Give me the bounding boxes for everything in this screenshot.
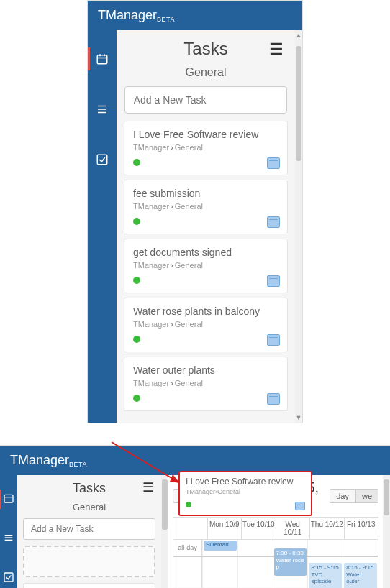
task-item[interactable]: fee submission TManager›General [124,180,288,234]
status-dot-icon [133,159,140,166]
week-view-button[interactable]: we [355,489,378,503]
app-header: TManagerBETA [88,1,302,30]
app-suffix: BETA [69,461,87,468]
task-item[interactable]: I Love Free Software review TManager›Gen… [124,121,288,175]
time-cell[interactable]: 7:30 - 8:30 Water rose p [273,557,308,587]
app-suffix: BETA [157,16,175,23]
top-window: TManagerBETA Tasks ☰ General I Love Free… [87,0,303,423]
time-cell[interactable]: 8:15 - 9:15 Water outer [343,557,378,587]
date-icon[interactable] [267,393,280,405]
tasks-subtitle: General [22,499,157,518]
task-breadcrumb: TManager›General [186,488,305,495]
task-title: Water rose plants in balcony [133,306,278,317]
allday-cell[interactable] [343,540,378,556]
tasks-subtitle: General [121,62,291,86]
drop-zone[interactable] [23,546,155,577]
task-item[interactable]: Water outer plants TManager›General [124,357,288,411]
date-icon[interactable] [267,157,280,169]
task-title: I Love Free Software review [133,129,278,140]
sidebar [88,30,117,423]
task-title: get documents signed [133,247,278,258]
task-title: fee submission [133,188,278,199]
list-icon[interactable] [3,532,14,546]
calendar-icon[interactable] [95,52,109,66]
task-breadcrumb: TManager›General [133,261,278,270]
day-view-button[interactable]: day [330,489,355,503]
status-dot-icon [133,336,140,343]
svg-rect-0 [97,55,107,64]
allday-event[interactable]: Suleman [204,541,237,551]
task-item[interactable]: Water rose plants in balcony TManager›Ge… [124,298,288,352]
event[interactable]: 8:15 - 9:15 TVD episode [309,563,342,588]
allday-label: all-day [173,540,202,556]
status-dot-icon [133,218,140,225]
task-breadcrumb: TManager›General [133,143,278,152]
svg-rect-13 [4,573,13,582]
hamburger-icon[interactable]: ☰ [269,40,284,59]
check-icon[interactable] [95,152,109,167]
tasks-panel: Tasks ☰ General I Love Free Software rev… [117,30,295,423]
app-name: TManager [10,453,69,467]
scroll-up-icon[interactable]: ▲ [296,30,302,40]
task-breadcrumb: TManager›General [133,320,278,329]
time-label [173,557,202,587]
task-item[interactable]: get documents signed TManager›General [124,239,288,293]
app-name: TManager [98,8,157,22]
scroll-thumb[interactable] [296,46,301,161]
allday-cell[interactable] [307,540,343,556]
day-header[interactable]: Mon 10/9 [207,518,242,539]
event[interactable]: 7:30 - 8:30 Water rose p [274,548,307,576]
list-icon[interactable] [95,102,109,116]
check-icon[interactable] [3,571,14,585]
scrollbar[interactable]: ▲ ▼ [295,30,302,423]
allday-cell[interactable] [237,540,273,556]
date-icon[interactable] [267,334,280,346]
calendar-header-row: Mon 10/9 Tue 10/10 Wed 10/11 Thu 10/12 F… [173,518,378,540]
time-cell[interactable]: 8:15 - 9:15 TVD episode [307,557,343,587]
task-breadcrumb: TManager›General [133,379,278,387]
time-cell[interactable] [237,557,273,587]
status-dot-icon [186,502,191,507]
status-dot-icon [133,277,140,284]
calendar-grid: Mon 10/9 Tue 10/10 Wed 10/11 Thu 10/12 F… [173,517,378,588]
scroll-thumb[interactable] [162,479,168,530]
date-icon[interactable] [267,216,280,228]
new-task-input[interactable] [23,518,155,540]
tasks-title: Tasks [22,478,157,499]
event[interactable]: 8:15 - 9:15 Water outer [344,563,377,588]
day-header[interactable]: Thu 10/12 [309,518,344,539]
status-dot-icon [133,395,140,402]
task-breadcrumb: TManager›General [133,202,278,211]
task-title: Water outer plants [133,364,278,376]
task-item[interactable]: fee submission TManager›General [23,583,155,588]
new-task-input-wrap [124,86,288,114]
scroll-down-icon[interactable]: ▼ [296,413,302,423]
time-col-header [173,518,207,539]
day-header[interactable]: Fri 10/13 [344,518,378,539]
bottom-window: TManagerBETA Tasks ☰ General fee submiss… [0,445,390,588]
day-header[interactable]: Tue 10/10 [241,518,276,539]
day-header[interactable]: Wed 10/11 [276,518,310,539]
scroll-thumb[interactable] [384,479,389,515]
hamburger-icon[interactable]: ☰ [142,479,154,495]
tasks-panel: Tasks ☰ General fee submission TManager›… [17,475,161,588]
calendar-icon[interactable] [3,492,14,506]
task-title: I Love Free Software review [186,477,305,487]
scrollbar[interactable] [383,475,390,588]
new-task-input[interactable] [124,86,288,114]
allday-cell[interactable]: Suleman [202,540,237,556]
date-icon[interactable] [295,502,305,510]
svg-rect-7 [97,155,107,165]
time-cell[interactable] [202,557,237,587]
date-icon[interactable] [267,275,280,287]
tasks-title: Tasks [121,33,291,62]
sidebar [0,475,17,588]
dragged-task-card[interactable]: I Love Free Software review TManager›Gen… [178,471,312,516]
scrollbar[interactable] [161,475,168,588]
svg-rect-8 [4,495,13,502]
